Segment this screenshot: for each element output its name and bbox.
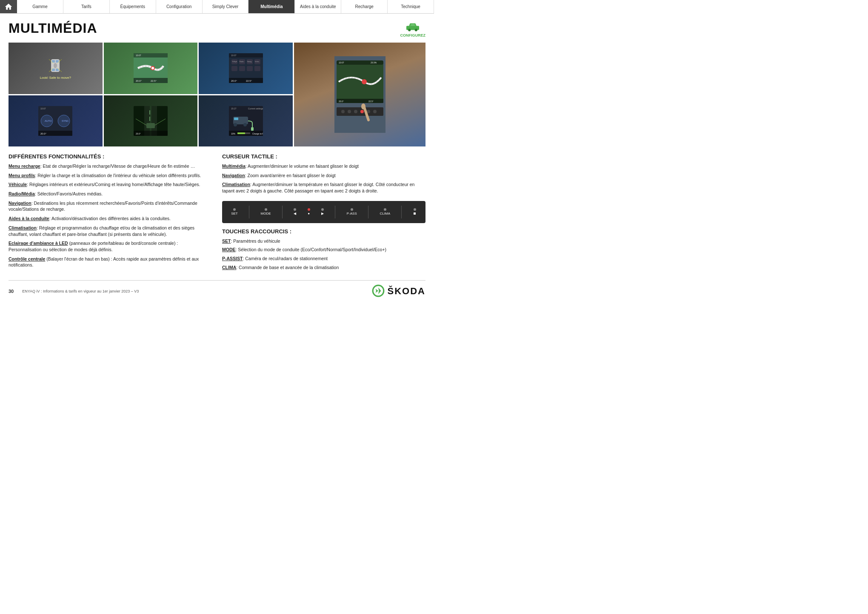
svg-point-76 [243,123,247,126]
list-item: SET: Paramètres du véhicule [222,238,425,244]
shortcut-label-passist: P-ASSIST [222,256,243,261]
navbar: Gamme Tarifs Équipements Configuration S… [0,0,434,14]
feature-label-aides: Aides à la conduite [9,216,49,221]
feature-label-clim: Climatisation [9,225,37,230]
svg-point-1 [408,29,411,31]
svg-text:20.0°: 20.0° [339,100,344,103]
svg-text:25.5%: 25.5% [371,61,377,64]
svg-text:22.5°: 22.5° [246,80,252,82]
right-column: CURSEUR TACTILE : Multimédia: Augmenter/… [222,153,425,273]
image-grid: Look! Safe to move? 20.0° 22.5° [9,43,425,146]
shortcut-list: SET: Paramètres du véhicule MODE: Sélect… [222,238,425,271]
shortcut-key-4: ▶ [321,208,324,215]
list-item: Aides à la conduite: Activation/désactiv… [9,215,212,222]
shortcut-label-clima: CLIMA [222,265,236,270]
list-item: MODE: Sélection du mode de conduite (Eco… [222,247,425,253]
key-dot [265,208,267,211]
list-item: P-ASSIST: Caméra de recul/radars de stat… [222,255,425,262]
shortcut-key-1: MODE [261,208,271,215]
nav-simply-clever[interactable]: Simply Clever [203,0,249,13]
nav-recharge[interactable]: Recharge [341,0,388,13]
svg-rect-5 [52,60,55,63]
svg-rect-77 [251,127,254,131]
shortcut-desc-clima: : Commande de base et avancée de la clim… [236,265,339,270]
feature-list: Menu recharge: Etat de charge/Régler la … [9,163,212,268]
svg-rect-6 [56,60,59,63]
key-dot [233,208,236,211]
svg-text:10:07: 10:07 [339,61,344,64]
page-number: 30 [9,289,14,294]
shortcut-key-3: ● [308,208,310,215]
svg-text:10:07: 10:07 [136,54,141,57]
shortcut-desc-set: : Paramètres du véhicule [231,238,280,244]
cursor-title: CURSEUR TACTILE : [222,153,425,160]
svg-point-48 [348,110,351,113]
list-item: Climatisation: Réglage et programmation … [9,225,212,237]
nav-tarifs[interactable]: Tarifs [63,0,110,13]
svg-text:20.0°: 20.0° [231,80,237,82]
nav-multimedia[interactable]: Multimédia [248,0,295,13]
nav-aides-conduite[interactable]: Aides à la conduite [295,0,341,13]
feature-desc-navigation: : Destinations les plus récemment recher… [9,201,197,212]
image-climate-control: 10:07 AUTO SYNC 20.0° [9,95,103,147]
cursor-tactile-section: CURSEUR TACTILE : Multimédia: Augmenter/… [222,153,425,194]
svg-rect-65 [146,123,155,128]
feature-label-controle: Contrôle centrale [9,256,45,261]
list-item: Véhicule: Réglages intérieurs et extérie… [9,181,212,188]
skoda-icon-svg [371,284,385,298]
nav-technique[interactable]: Technique [388,0,434,13]
list-item: Eclairage d'ambiance à LED (panneaux de … [9,240,212,252]
configurez-button[interactable]: CONFIGUREZ [400,20,426,37]
features-title: DIFFÉRENTES FONCTIONNALITÉS : [9,153,212,160]
svg-text:10:07: 10:07 [231,54,237,57]
shortcut-key-2: ◀ [294,208,296,215]
shortcut-label-set: SET [222,238,231,244]
svg-text:22.5°: 22.5° [368,100,374,103]
shortcut-key-clima: CLIMA [380,208,390,215]
cursor-label-climatisation: Climatisation [222,182,250,187]
page-content: MULTIMÉDIA CONFIGUREZ [0,14,434,304]
svg-text:10%: 10% [231,132,236,135]
menu-screen-icon: 10:07 Téléph. Radio Navig. Vehic. [229,53,263,83]
feature-desc-clim: : Réglage et programmation du chauffage … [9,225,194,237]
svg-text:Téléph.: Téléph. [232,60,237,63]
key-dot [321,208,324,211]
key-separator [282,206,283,218]
features-section: DIFFÉRENTES FONCTIONNALITÉS : Menu recha… [9,153,212,273]
key-separator [401,206,402,218]
shortcut-key-set: SET [231,208,238,215]
nav-configuration[interactable]: Configuration [156,0,203,13]
svg-rect-74 [234,118,238,120]
feature-desc-radio: : Sélection/Favoris/Autres médias. [35,191,103,196]
list-item: Multimédia: Augmenter/diminuer le volume… [222,163,425,169]
feature-label-navigation: Navigation [9,201,31,206]
nav-gamme[interactable]: Gamme [17,0,63,13]
content-columns: DIFFÉRENTES FONCTIONNALITÉS : Menu recha… [9,153,425,273]
svg-text:15:27: 15:27 [231,107,237,110]
nav-equipements[interactable]: Équipements [110,0,156,13]
svg-rect-81 [237,132,245,134]
list-item: Navigation: Destinations les plus récemm… [9,200,212,212]
feature-label-menu-profils: Menu profils [9,173,35,178]
shortcut-label-mode: MODE [222,247,236,252]
svg-point-2 [415,29,417,31]
svg-rect-26 [239,66,245,71]
svg-text:20.0°: 20.0° [40,132,47,135]
shortcut-key-6: ⏹ [413,208,417,215]
svg-point-9 [54,63,57,68]
footer: 30 ENYAQ iV : Informations & tarifs en v… [9,280,425,300]
svg-rect-3 [411,24,415,26]
svg-text:22.5°: 22.5° [151,80,157,82]
charging-screen-icon: 15:27 Current settings 10% Charge to 6 [229,106,263,136]
shortcut-desc-mode: : Sélection du mode de conduite (Eco/Con… [236,247,387,252]
svg-point-39 [362,79,367,84]
feature-desc-vehicule: : Réglages intérieurs et extérieurs/Comi… [27,182,200,187]
shortcut-key-5: P-ASS [347,208,357,215]
key-dot [414,208,416,211]
svg-text:SYNC: SYNC [62,120,69,122]
svg-text:Navig.: Navig. [247,60,252,63]
large-touchscreen-icon: 10:07 25.5% 20.0° 22.5° [334,56,385,133]
home-button[interactable] [0,0,17,13]
feature-desc-menu-profils: : Régler la charge et la climatisation d… [35,173,201,178]
key-dot [294,208,296,211]
